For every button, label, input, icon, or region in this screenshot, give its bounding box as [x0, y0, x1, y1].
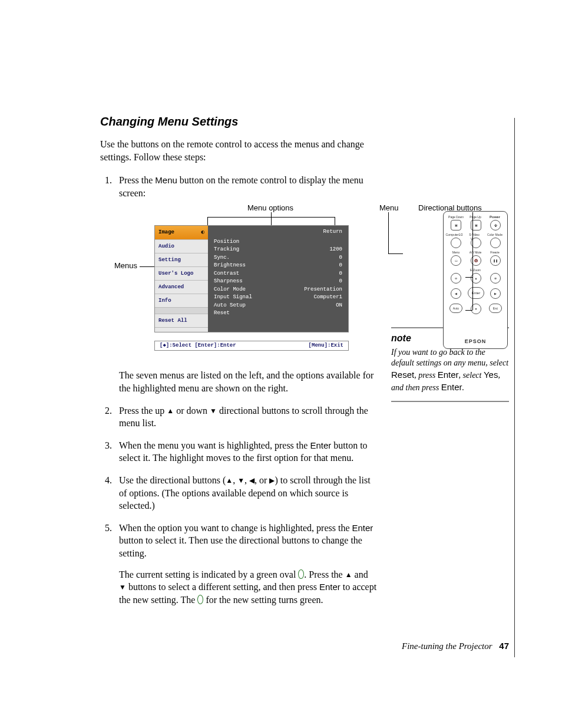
step-4-text-b: ,	[233, 475, 237, 485]
enter-label: Enter	[441, 382, 462, 392]
osd-option-row: Auto SetupON	[214, 302, 342, 310]
right-arrow-button: ▶	[490, 288, 501, 299]
leader-line	[465, 310, 472, 311]
menu-button-label: Menu	[155, 175, 177, 185]
osd-option-row: Color ModePresentation	[214, 286, 342, 294]
leader-line	[207, 217, 208, 225]
remote-label-freeze: Freeze	[486, 251, 504, 255]
leader-line	[472, 277, 473, 310]
remote-label-avmute: A/V Mute	[467, 251, 484, 255]
pagedown-button: ▣	[451, 220, 461, 230]
step-4-text-a: Use the directional buttons (	[119, 475, 226, 485]
remote-label-pageup: Page Up	[467, 215, 484, 219]
green-oval-icon	[298, 569, 304, 579]
right-margin-rule	[514, 118, 515, 657]
label-remote-menu: Menu	[379, 203, 399, 213]
osd-menu-item-advanced: Advanced	[155, 281, 208, 294]
osd-menu-list: Image◐ Audio Setting User's Logo Advance…	[155, 226, 208, 332]
left-arrow-icon: ◀	[249, 476, 254, 485]
osd-menu-item-info: Info	[155, 294, 208, 308]
osd-menu-item-audio: Audio	[155, 240, 208, 253]
osd-menu-item-setting: Setting	[155, 253, 208, 267]
step-5-p2-c: and	[352, 569, 368, 579]
remote-label-ezoom: E-Zoom	[467, 268, 484, 272]
power-button: ⏻	[490, 220, 501, 230]
enter-label: Enter	[438, 370, 459, 380]
enter-button: Enter	[468, 287, 484, 299]
leader-line	[388, 253, 403, 254]
osd-return-label: Return	[214, 228, 342, 235]
auto-button: Auto	[449, 304, 462, 313]
step-3-text-a: When the menu you want is highlighted, p…	[119, 440, 310, 450]
step-3: When the menu you want is highlighted, p…	[114, 439, 377, 465]
green-oval-icon	[197, 595, 203, 604]
enter-button-label: Enter	[352, 523, 373, 533]
reset-label: Reset	[391, 370, 414, 380]
step-2: Press the up ▲ or down ▼ directional but…	[114, 404, 377, 430]
intro-paragraph: Use the buttons on the remote control to…	[100, 138, 377, 163]
page-footer: Fine-tuning the Projector 47	[332, 641, 509, 651]
remote-label-colormode: Color Mode	[486, 233, 504, 237]
remote-label-menu: Menu	[447, 251, 465, 255]
remote-menu-button: ▭	[451, 255, 461, 266]
step-4-text-d: , or	[254, 475, 269, 485]
osd-option-row: Brightness0	[214, 262, 342, 270]
osd-menu-item-userslogo: User's Logo	[155, 267, 208, 281]
figure-menu-and-remote: Menu options Menus Menu Directional butt…	[95, 203, 508, 362]
step-4-text-c: ,	[244, 475, 249, 485]
osd-footer-bar: [◆]:Select [Enter]:Enter [Menu]:Exit	[154, 341, 349, 350]
ezoom-minus-button: ⊖	[451, 273, 461, 284]
osd-menu-item-image: Image◐	[155, 226, 208, 239]
steps-list: Press the Menu button on the remote cont…	[100, 174, 377, 606]
osd-footer-right: [Menu]:Exit	[309, 342, 343, 349]
ezoom-plus-button: ⊕	[490, 273, 501, 284]
osd-option-row: Input SignalComputer1	[214, 294, 342, 302]
label-menu-options: Menu options	[247, 203, 293, 213]
up-arrow-icon: ▲	[226, 476, 233, 485]
osd-menu-item-resetall: Reset All	[155, 314, 208, 328]
step-5-p2-d: buttons to select a different setting, a…	[126, 582, 319, 592]
leader-line	[388, 212, 389, 253]
step-5: When the option you want to change is hi…	[114, 522, 377, 607]
osd-options-panel: Return Position Tracking1200 Sync.0 Brig…	[208, 226, 348, 332]
leader-line	[207, 217, 335, 218]
label-menus: Menus	[114, 261, 137, 271]
osd-footer-left: [◆]:Select [Enter]:Enter	[160, 342, 236, 349]
step-5-text-a: When the option you want to change is hi…	[119, 523, 352, 533]
down-arrow-icon: ▼	[237, 476, 244, 485]
step-1-text-a: Press the	[119, 175, 155, 185]
step-4: Use the directional buttons (▲, ▼, ◀, or…	[114, 474, 377, 512]
leader-line	[271, 212, 272, 225]
remote-brand-logo: EPSON	[444, 338, 507, 345]
leader-line	[140, 266, 154, 267]
step-5-p2-f: for the new setting turns green.	[203, 595, 323, 605]
step-5-text-b: button to select it. Then use the direct…	[119, 535, 362, 558]
osd-option-row: Tracking1200	[214, 246, 342, 254]
down-arrow-icon: ▼	[119, 583, 126, 591]
remote-label-computer: Computer1/2	[445, 233, 463, 237]
osd-option-row: Reset	[214, 309, 342, 318]
yes-label: Yes	[484, 370, 498, 380]
step-2-text-b: or down	[174, 406, 210, 416]
remote-control-illustration: Page Down Page Up Power ▣ ▣ ⏻ Computer1/…	[443, 211, 508, 349]
remote-label-power: Power	[486, 215, 504, 219]
step-1-after-text: The seven menus are listed on the left, …	[119, 369, 377, 394]
osd-option-row: Sharpness0	[214, 278, 342, 286]
section-heading: Changing Menu Settings	[100, 115, 377, 129]
esc-button: Esc	[489, 304, 502, 313]
leader-line	[472, 212, 473, 277]
step-5-p2-b: . Press the	[304, 569, 345, 579]
osd-option-row: Sync.0	[214, 254, 342, 262]
computer-button	[451, 238, 461, 248]
remote-label-pagedown: Page Down	[447, 215, 465, 219]
step-5-p2-a: The current setting is indicated by a gr…	[119, 569, 298, 579]
footer-chapter-title: Fine-tuning the Projector	[402, 641, 492, 651]
up-arrow-icon: ▲	[345, 571, 352, 579]
step-1: Press the Menu button on the remote cont…	[114, 174, 377, 394]
enter-button-label: Enter	[310, 440, 331, 450]
osd-menu-screenshot: Image◐ Audio Setting User's Logo Advance…	[154, 225, 349, 355]
step-2-text-a: Press the up	[119, 406, 167, 416]
enter-button-label: Enter	[319, 582, 340, 592]
leader-line	[465, 277, 472, 278]
osd-option-row: Contrast0	[214, 270, 342, 278]
